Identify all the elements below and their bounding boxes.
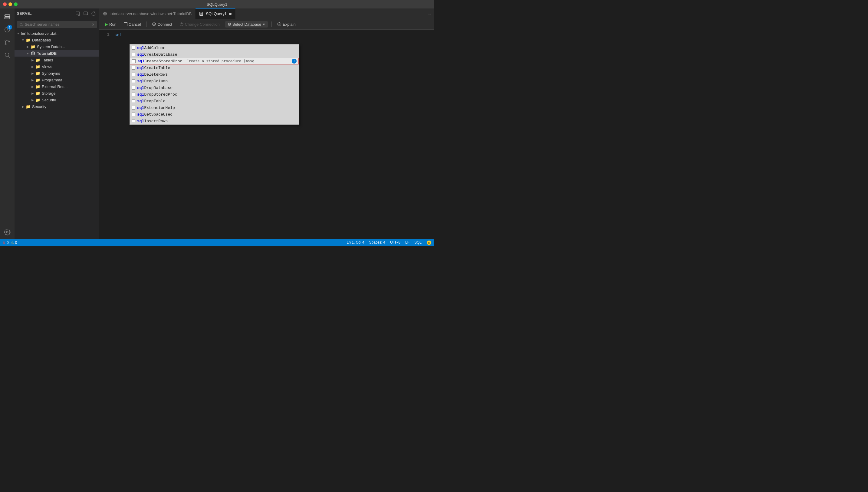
run-button[interactable]: ▶ Run [103,21,118,27]
plain-part: AddColumn [144,46,165,50]
line-numbers: 1 [99,32,115,237]
connection-icon [103,11,107,16]
autocomplete-checkbox [132,66,135,70]
keyword-part: sql [137,112,144,117]
autocomplete-item-extensionhelp[interactable]: sqlExtensionHelp [130,104,299,111]
autocomplete-item-dropdatabase[interactable]: sqlDropDatabase [130,84,299,91]
autocomplete-item-deleterows[interactable]: sqlDeleteRows [130,71,299,78]
chevron-icon: ▶ [30,97,35,102]
autocomplete-item-getspaceused[interactable]: sqlGetSpaceUsed [130,111,299,118]
chevron-down-icon: ▼ [263,23,266,26]
line-ending[interactable]: LF [405,240,410,245]
autocomplete-item-createtable[interactable]: sqlCreateTable [130,65,299,71]
autocomplete-dropdown[interactable]: sqlAddColumn sqlCreateDatabase sqlCreate… [129,44,299,125]
svg-point-11 [6,231,8,233]
tree-item-security-db[interactable]: ▶ 📁 Security [15,97,99,103]
sidebar-item-settings[interactable] [1,227,13,239]
autocomplete-checkbox [132,59,135,63]
autocomplete-checkbox [132,53,135,56]
tree-item-server[interactable]: ▼ tutorialserver.dat... [15,30,99,36]
disconnect-button[interactable] [82,10,89,17]
sidebar-item-search[interactable] [1,49,13,61]
tree-item-label: External Res... [42,84,68,89]
warning-count[interactable]: ⚠ 0 [10,241,17,245]
spaces[interactable]: Spaces: 4 [369,240,385,245]
tree-item-synonyms[interactable]: ▶ 📁 Synonyms [15,70,99,77]
tab-query[interactable]: SQLQuery1 [196,8,235,19]
autocomplete-item-droptable[interactable]: sqlDropTable [130,98,299,104]
autocomplete-item-dropcolumn[interactable]: sqlDropColumn [130,78,299,84]
tab-connection[interactable]: tutorialserver.database.windows.net:Tuto… [99,8,196,19]
autocomplete-item-dropstoredproc[interactable]: sqlDropStoredProc [130,91,299,98]
change-connection-button[interactable]: Change Connection [178,22,222,27]
autocomplete-checkbox [132,106,135,109]
explain-button[interactable]: Explain [275,22,298,27]
language[interactable]: SQL [414,240,422,245]
smiley-icon[interactable]: 🙂 [426,240,431,245]
search-input[interactable] [25,22,90,27]
svg-rect-0 [5,15,10,17]
autocomplete-checkbox [132,113,135,116]
tree-item-programmability[interactable]: ▶ 📁 Programma... [15,77,99,83]
svg-point-25 [31,52,35,53]
tree-item-systemdb[interactable]: ▶ 📁 System Datab... [15,43,99,50]
tree-item-label: System Datab... [37,45,65,49]
autocomplete-item-insertrows[interactable]: sqlInsertRows [130,118,299,124]
tree-item-databases[interactable]: ▼ 📁 Databases [15,36,99,43]
maximize-button[interactable] [14,2,18,6]
folder-icon: 📁 [25,104,31,109]
tree-item-tutorialdb[interactable]: ▼ TutorialDB [15,50,99,56]
more-tabs-button[interactable]: ··· [425,8,434,19]
info-icon[interactable]: i [292,59,297,64]
keyword-part: sql [137,79,144,83]
keyword-part: sql [137,85,144,90]
explain-label: Explain [283,22,296,27]
tree-item-label: Programma... [42,78,66,82]
error-count[interactable]: ⊗ 0 [2,241,9,245]
connect-button[interactable]: Connect [150,22,174,27]
folder-icon: 📁 [25,37,31,43]
new-query-button[interactable] [74,10,81,17]
change-connection-label: Change Connection [185,22,220,27]
tree-item-tables[interactable]: ▶ 📁 Tables [15,56,99,63]
line-col[interactable]: Ln 1, Col 4 [347,240,364,245]
svg-rect-17 [84,12,88,15]
tree-item-externalres[interactable]: ▶ 📁 External Res... [15,83,99,90]
svg-point-35 [228,23,231,24]
status-right: Ln 1, Col 4 Spaces: 4 UTF-8 LF SQL 🙂 [347,240,431,245]
code-editor[interactable]: 1 sql sqlAddColumn sqlCreateDataba [99,30,434,239]
plain-part: CreateTable [144,66,170,70]
sidebar-item-history[interactable]: 1 [1,24,13,36]
tree-item-label: Synonyms [42,71,60,76]
sidebar-item-git[interactable] [1,36,13,48]
svg-line-10 [8,56,10,57]
autocomplete-checkbox [132,86,135,90]
search-box[interactable]: × [17,21,97,28]
code-content[interactable]: sql sqlAddColumn sqlCreateDatabase [115,32,434,237]
close-button[interactable] [3,2,7,6]
encoding[interactable]: UTF-8 [390,240,400,245]
autocomplete-item-createdatabase[interactable]: sqlCreateDatabase [130,51,299,58]
status-left: ⊗ 0 ⚠ 0 [2,241,17,245]
tree-item-security-server[interactable]: ▶ 📁 Security [15,103,99,110]
tree-item-label: Tables [42,58,53,62]
autocomplete-item-createstoredproc[interactable]: sqlCreateStoredProc Create a stored proc… [130,58,299,65]
sidebar-item-server-explorer[interactable] [1,11,13,23]
search-close-icon[interactable]: × [92,22,94,27]
refresh-button[interactable] [90,10,97,17]
error-icon: ⊗ [2,241,5,245]
cancel-button[interactable]: Cancel [122,22,143,27]
cancel-label: Cancel [129,22,141,27]
tree-item-label: Databases [32,38,51,42]
minimize-button[interactable] [8,2,12,6]
autocomplete-checkbox [132,73,135,76]
tree-item-label: Security [42,98,56,102]
database-icon [30,51,36,56]
autocomplete-item-addcolumn[interactable]: sqlAddColumn [130,45,299,51]
folder-icon: 📁 [35,84,41,89]
database-selector[interactable]: Select Database ▼ [225,21,268,27]
tree-item-views[interactable]: ▶ 📁 Views [15,63,99,70]
activity-bar: 1 [0,8,15,239]
tree-item-storage[interactable]: ▶ 📁 Storage [15,90,99,97]
autocomplete-checkbox [132,93,135,96]
